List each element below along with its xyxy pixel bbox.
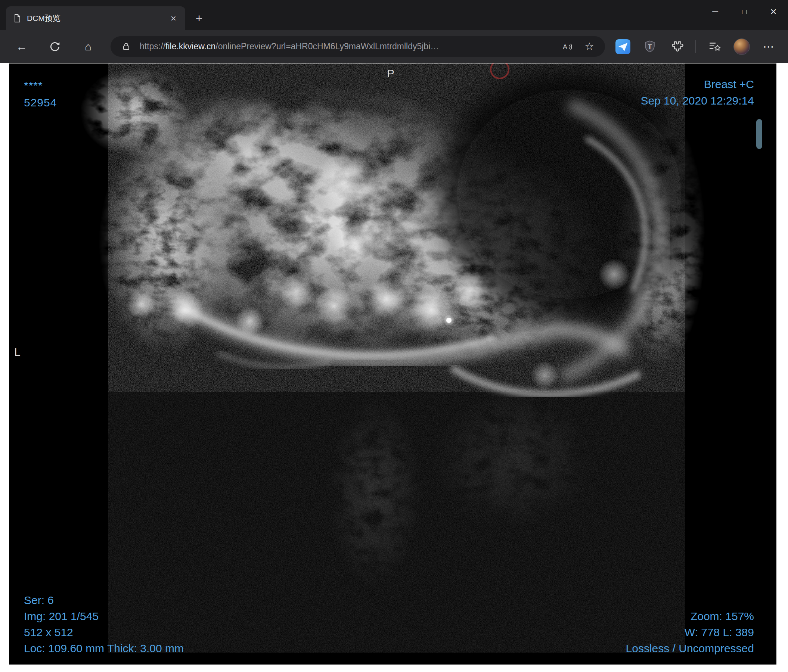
preview-page: **** 52954 P L Breast +C Sep 10, 2020 12… bbox=[0, 63, 788, 672]
new-tab-button[interactable]: + bbox=[191, 11, 207, 26]
mri-image bbox=[9, 63, 777, 664]
image-matrix: 512 x 512 bbox=[24, 624, 184, 640]
settings-more-icon[interactable]: ⋯ bbox=[760, 38, 777, 55]
patient-id-masked: **** bbox=[24, 77, 57, 94]
extension-blue-icon[interactable] bbox=[615, 38, 631, 55]
extension-shield-icon[interactable]: T bbox=[642, 38, 658, 55]
zoom-level: Zoom: 157% bbox=[626, 608, 754, 624]
url-scheme: https:// bbox=[140, 41, 165, 51]
page-favicon-icon bbox=[13, 14, 22, 23]
address-bar[interactable]: https://file.kkview.cn/onlinePreview?url… bbox=[111, 36, 605, 57]
url-domain: file.kkview.cn bbox=[165, 41, 216, 51]
tab-title: DCM预览 bbox=[27, 13, 163, 24]
orientation-marker-posterior: P bbox=[387, 67, 394, 80]
series-info-overlay: Ser: 6 Img: 201 1/545 512 x 512 Loc: 109… bbox=[24, 592, 184, 656]
toolbar-divider bbox=[695, 40, 696, 53]
window-controls: ─ □ × bbox=[701, 0, 788, 23]
display-info-overlay: Zoom: 157% W: 778 L: 389 Lossless / Unco… bbox=[626, 608, 754, 656]
study-description: Breast +C bbox=[640, 76, 754, 93]
series-number: Ser: 6 bbox=[24, 592, 184, 608]
refresh-button[interactable] bbox=[45, 37, 65, 56]
image-number: Img: 201 1/545 bbox=[24, 608, 184, 624]
profile-avatar[interactable] bbox=[734, 38, 750, 55]
lock-icon bbox=[118, 38, 135, 55]
svg-text:A: A bbox=[563, 43, 567, 51]
browser-tab[interactable]: DCM预览 × bbox=[6, 6, 185, 30]
url-text[interactable]: https://file.kkview.cn/onlinePreview?url… bbox=[140, 41, 554, 52]
read-aloud-icon[interactable]: A bbox=[559, 38, 576, 55]
patient-info-overlay: **** 52954 bbox=[24, 77, 57, 111]
window-close-button[interactable]: × bbox=[759, 0, 788, 23]
compression-info: Lossless / Uncompressed bbox=[626, 640, 754, 656]
svg-text:T: T bbox=[648, 43, 652, 50]
favorites-hub-icon[interactable] bbox=[707, 38, 723, 55]
slice-location: Loc: 109.60 mm Thick: 3.00 mm bbox=[24, 640, 184, 656]
viewer-scrollbar-thumb[interactable] bbox=[756, 119, 762, 149]
browser-toolbar: ← ⌂ https://file.kkview.cn/onlinePreview… bbox=[0, 30, 788, 63]
window-minimize-button[interactable]: ─ bbox=[701, 0, 730, 23]
tab-strip: DCM预览 × + ─ □ × bbox=[0, 0, 788, 30]
favorite-star-icon[interactable]: ☆ bbox=[581, 38, 597, 55]
study-datetime: Sep 10, 2020 12:29:14 bbox=[640, 93, 754, 109]
window-maximize-button[interactable]: □ bbox=[730, 0, 759, 23]
extensions-puzzle-icon[interactable] bbox=[669, 38, 685, 55]
patient-number: 52954 bbox=[24, 94, 57, 111]
url-path: /onlinePreview?url=aHR0cHM6Ly9maWxlLmtrd… bbox=[216, 41, 439, 51]
orientation-marker-left: L bbox=[14, 346, 21, 358]
window-level: W: 778 L: 389 bbox=[626, 624, 754, 640]
study-info-overlay: Breast +C Sep 10, 2020 12:29:14 bbox=[640, 76, 754, 109]
back-button[interactable]: ← bbox=[12, 37, 31, 56]
tab-close-icon[interactable]: × bbox=[168, 13, 178, 24]
dicom-canvas[interactable]: **** 52954 P L Breast +C Sep 10, 2020 12… bbox=[9, 63, 777, 664]
home-button[interactable]: ⌂ bbox=[78, 37, 98, 56]
browser-window: DCM预览 × + ─ □ × ← ⌂ bbox=[0, 0, 788, 672]
